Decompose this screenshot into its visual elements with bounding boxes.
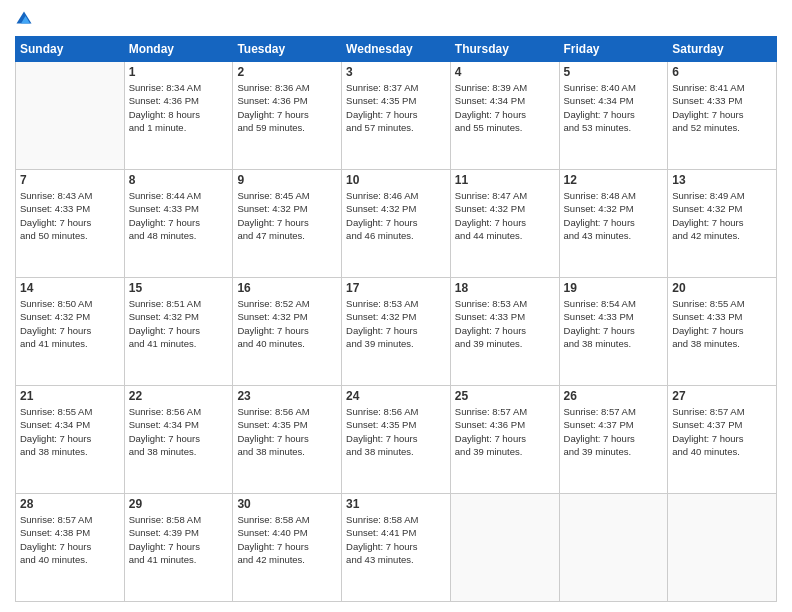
calendar-cell: 26Sunrise: 8:57 AMSunset: 4:37 PMDayligh… bbox=[559, 386, 668, 494]
day-info: Sunrise: 8:58 AMSunset: 4:39 PMDaylight:… bbox=[129, 513, 229, 566]
day-info: Sunrise: 8:47 AMSunset: 4:32 PMDaylight:… bbox=[455, 189, 555, 242]
day-number: 3 bbox=[346, 65, 446, 79]
calendar-cell: 25Sunrise: 8:57 AMSunset: 4:36 PMDayligh… bbox=[450, 386, 559, 494]
calendar-cell: 27Sunrise: 8:57 AMSunset: 4:37 PMDayligh… bbox=[668, 386, 777, 494]
calendar-cell: 10Sunrise: 8:46 AMSunset: 4:32 PMDayligh… bbox=[342, 170, 451, 278]
calendar-cell bbox=[559, 494, 668, 602]
day-number: 31 bbox=[346, 497, 446, 511]
calendar-header-friday: Friday bbox=[559, 37, 668, 62]
day-number: 16 bbox=[237, 281, 337, 295]
calendar-cell: 12Sunrise: 8:48 AMSunset: 4:32 PMDayligh… bbox=[559, 170, 668, 278]
day-number: 11 bbox=[455, 173, 555, 187]
day-number: 21 bbox=[20, 389, 120, 403]
day-number: 4 bbox=[455, 65, 555, 79]
day-number: 26 bbox=[564, 389, 664, 403]
calendar-week-row: 14Sunrise: 8:50 AMSunset: 4:32 PMDayligh… bbox=[16, 278, 777, 386]
calendar-header-thursday: Thursday bbox=[450, 37, 559, 62]
day-info: Sunrise: 8:34 AMSunset: 4:36 PMDaylight:… bbox=[129, 81, 229, 134]
day-info: Sunrise: 8:52 AMSunset: 4:32 PMDaylight:… bbox=[237, 297, 337, 350]
day-info: Sunrise: 8:49 AMSunset: 4:32 PMDaylight:… bbox=[672, 189, 772, 242]
calendar-cell: 24Sunrise: 8:56 AMSunset: 4:35 PMDayligh… bbox=[342, 386, 451, 494]
logo-icon bbox=[15, 10, 33, 28]
day-info: Sunrise: 8:40 AMSunset: 4:34 PMDaylight:… bbox=[564, 81, 664, 134]
calendar-cell: 6Sunrise: 8:41 AMSunset: 4:33 PMDaylight… bbox=[668, 62, 777, 170]
day-info: Sunrise: 8:58 AMSunset: 4:41 PMDaylight:… bbox=[346, 513, 446, 566]
calendar-cell: 15Sunrise: 8:51 AMSunset: 4:32 PMDayligh… bbox=[124, 278, 233, 386]
logo bbox=[15, 10, 37, 28]
day-info: Sunrise: 8:56 AMSunset: 4:35 PMDaylight:… bbox=[237, 405, 337, 458]
day-number: 27 bbox=[672, 389, 772, 403]
calendar-cell bbox=[16, 62, 125, 170]
day-number: 28 bbox=[20, 497, 120, 511]
calendar-week-row: 28Sunrise: 8:57 AMSunset: 4:38 PMDayligh… bbox=[16, 494, 777, 602]
calendar-cell: 31Sunrise: 8:58 AMSunset: 4:41 PMDayligh… bbox=[342, 494, 451, 602]
day-number: 12 bbox=[564, 173, 664, 187]
day-info: Sunrise: 8:36 AMSunset: 4:36 PMDaylight:… bbox=[237, 81, 337, 134]
day-number: 2 bbox=[237, 65, 337, 79]
day-info: Sunrise: 8:53 AMSunset: 4:32 PMDaylight:… bbox=[346, 297, 446, 350]
day-info: Sunrise: 8:57 AMSunset: 4:36 PMDaylight:… bbox=[455, 405, 555, 458]
calendar-cell: 13Sunrise: 8:49 AMSunset: 4:32 PMDayligh… bbox=[668, 170, 777, 278]
day-number: 8 bbox=[129, 173, 229, 187]
day-info: Sunrise: 8:44 AMSunset: 4:33 PMDaylight:… bbox=[129, 189, 229, 242]
day-info: Sunrise: 8:48 AMSunset: 4:32 PMDaylight:… bbox=[564, 189, 664, 242]
day-number: 5 bbox=[564, 65, 664, 79]
day-info: Sunrise: 8:46 AMSunset: 4:32 PMDaylight:… bbox=[346, 189, 446, 242]
calendar-cell: 20Sunrise: 8:55 AMSunset: 4:33 PMDayligh… bbox=[668, 278, 777, 386]
day-number: 9 bbox=[237, 173, 337, 187]
calendar-week-row: 1Sunrise: 8:34 AMSunset: 4:36 PMDaylight… bbox=[16, 62, 777, 170]
calendar-header-wednesday: Wednesday bbox=[342, 37, 451, 62]
day-info: Sunrise: 8:55 AMSunset: 4:33 PMDaylight:… bbox=[672, 297, 772, 350]
day-info: Sunrise: 8:50 AMSunset: 4:32 PMDaylight:… bbox=[20, 297, 120, 350]
calendar-cell: 29Sunrise: 8:58 AMSunset: 4:39 PMDayligh… bbox=[124, 494, 233, 602]
day-number: 13 bbox=[672, 173, 772, 187]
day-info: Sunrise: 8:43 AMSunset: 4:33 PMDaylight:… bbox=[20, 189, 120, 242]
header bbox=[15, 10, 777, 28]
day-number: 18 bbox=[455, 281, 555, 295]
day-info: Sunrise: 8:57 AMSunset: 4:38 PMDaylight:… bbox=[20, 513, 120, 566]
day-number: 30 bbox=[237, 497, 337, 511]
calendar-cell bbox=[668, 494, 777, 602]
day-number: 6 bbox=[672, 65, 772, 79]
calendar-cell: 11Sunrise: 8:47 AMSunset: 4:32 PMDayligh… bbox=[450, 170, 559, 278]
day-info: Sunrise: 8:58 AMSunset: 4:40 PMDaylight:… bbox=[237, 513, 337, 566]
day-info: Sunrise: 8:55 AMSunset: 4:34 PMDaylight:… bbox=[20, 405, 120, 458]
calendar-week-row: 21Sunrise: 8:55 AMSunset: 4:34 PMDayligh… bbox=[16, 386, 777, 494]
calendar-cell: 21Sunrise: 8:55 AMSunset: 4:34 PMDayligh… bbox=[16, 386, 125, 494]
calendar-header-sunday: Sunday bbox=[16, 37, 125, 62]
day-number: 14 bbox=[20, 281, 120, 295]
calendar-cell: 8Sunrise: 8:44 AMSunset: 4:33 PMDaylight… bbox=[124, 170, 233, 278]
day-number: 25 bbox=[455, 389, 555, 403]
calendar-header-saturday: Saturday bbox=[668, 37, 777, 62]
calendar-cell: 5Sunrise: 8:40 AMSunset: 4:34 PMDaylight… bbox=[559, 62, 668, 170]
day-info: Sunrise: 8:56 AMSunset: 4:35 PMDaylight:… bbox=[346, 405, 446, 458]
calendar-table: SundayMondayTuesdayWednesdayThursdayFrid… bbox=[15, 36, 777, 602]
calendar-cell: 28Sunrise: 8:57 AMSunset: 4:38 PMDayligh… bbox=[16, 494, 125, 602]
calendar-cell: 2Sunrise: 8:36 AMSunset: 4:36 PMDaylight… bbox=[233, 62, 342, 170]
calendar-cell: 22Sunrise: 8:56 AMSunset: 4:34 PMDayligh… bbox=[124, 386, 233, 494]
day-number: 15 bbox=[129, 281, 229, 295]
calendar-cell: 7Sunrise: 8:43 AMSunset: 4:33 PMDaylight… bbox=[16, 170, 125, 278]
page: SundayMondayTuesdayWednesdayThursdayFrid… bbox=[0, 0, 792, 612]
calendar-cell: 30Sunrise: 8:58 AMSunset: 4:40 PMDayligh… bbox=[233, 494, 342, 602]
day-number: 19 bbox=[564, 281, 664, 295]
calendar-cell: 9Sunrise: 8:45 AMSunset: 4:32 PMDaylight… bbox=[233, 170, 342, 278]
day-info: Sunrise: 8:57 AMSunset: 4:37 PMDaylight:… bbox=[672, 405, 772, 458]
day-info: Sunrise: 8:41 AMSunset: 4:33 PMDaylight:… bbox=[672, 81, 772, 134]
calendar-cell: 14Sunrise: 8:50 AMSunset: 4:32 PMDayligh… bbox=[16, 278, 125, 386]
day-number: 23 bbox=[237, 389, 337, 403]
day-number: 29 bbox=[129, 497, 229, 511]
calendar-cell: 23Sunrise: 8:56 AMSunset: 4:35 PMDayligh… bbox=[233, 386, 342, 494]
calendar-cell bbox=[450, 494, 559, 602]
calendar-cell: 1Sunrise: 8:34 AMSunset: 4:36 PMDaylight… bbox=[124, 62, 233, 170]
calendar-week-row: 7Sunrise: 8:43 AMSunset: 4:33 PMDaylight… bbox=[16, 170, 777, 278]
calendar-header-row: SundayMondayTuesdayWednesdayThursdayFrid… bbox=[16, 37, 777, 62]
day-info: Sunrise: 8:57 AMSunset: 4:37 PMDaylight:… bbox=[564, 405, 664, 458]
day-number: 24 bbox=[346, 389, 446, 403]
calendar-header-tuesday: Tuesday bbox=[233, 37, 342, 62]
calendar-cell: 3Sunrise: 8:37 AMSunset: 4:35 PMDaylight… bbox=[342, 62, 451, 170]
day-info: Sunrise: 8:56 AMSunset: 4:34 PMDaylight:… bbox=[129, 405, 229, 458]
day-info: Sunrise: 8:37 AMSunset: 4:35 PMDaylight:… bbox=[346, 81, 446, 134]
day-number: 22 bbox=[129, 389, 229, 403]
day-number: 10 bbox=[346, 173, 446, 187]
